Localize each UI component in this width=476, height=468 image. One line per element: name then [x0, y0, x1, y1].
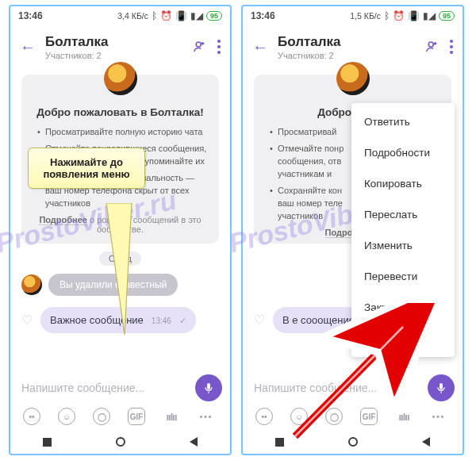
status-time: 13:46 — [251, 10, 275, 21]
ctx-forward[interactable]: Переслать — [351, 199, 455, 230]
sticker-icon[interactable]: •• — [23, 408, 40, 425]
message-input[interactable]: Напишите сообщение... — [18, 375, 189, 401]
svg-point-0 — [196, 42, 201, 47]
composer: Напишите сообщение... •• ☺ ◯ GIF ıılıı •… — [10, 370, 230, 430]
ctx-delete[interactable]: Удалить — [351, 323, 455, 354]
status-indicators: 1,5 КБ/с ᛒ ⏰ 📳 ▮◢ 95 — [350, 10, 455, 21]
status-indicators: 3,4 КБ/с ᛒ ⏰ 📳 ▮◢ 95 — [117, 10, 222, 21]
ctx-pin[interactable]: Закрепить — [351, 292, 455, 323]
bluetooth-icon: ᛒ — [152, 10, 157, 21]
bluetooth-icon: ᛒ — [384, 10, 390, 21]
status-bar: 13:46 3,4 КБ/с ᛒ ⏰ 📳 ▮◢ 95 — [10, 6, 230, 25]
composer: Напишите сообщение... •• ☺ ◯ GIF ıılıı •… — [243, 370, 463, 430]
svg-rect-1 — [207, 383, 210, 389]
vibrate-icon: 📳 — [175, 10, 187, 21]
gif-icon[interactable]: GIF — [128, 408, 145, 425]
recent-apps-button[interactable] — [275, 438, 284, 447]
ctx-reply[interactable]: Ответить — [351, 106, 455, 137]
sender-avatar[interactable] — [21, 274, 42, 295]
back-icon[interactable]: ← — [20, 38, 36, 56]
battery-icon: 95 — [206, 11, 222, 21]
emoji-icon[interactable]: ☺ — [290, 408, 308, 425]
mic-button[interactable] — [428, 374, 455, 401]
chat-subtitle: Участников: 2 — [278, 51, 415, 60]
chat-subtitle: Участников: 2 — [45, 51, 182, 60]
svg-marker-2 — [106, 203, 132, 335]
community-avatar — [104, 62, 137, 95]
sticker-icon[interactable]: •• — [255, 408, 273, 425]
home-button[interactable] — [348, 437, 358, 447]
camera-icon[interactable]: ◯ — [93, 408, 110, 425]
audio-icon[interactable]: ıılıı — [163, 408, 180, 425]
android-nav — [243, 430, 463, 454]
welcome-title: Добро пожаловать в Болталка! — [33, 106, 208, 118]
welcome-more-link[interactable]: Подробнее — [39, 215, 87, 225]
context-menu: Ответить Подробности Копировать Переслат… — [351, 103, 455, 357]
back-icon[interactable]: ← — [252, 38, 268, 56]
home-button[interactable] — [116, 437, 125, 447]
composer-more-icon[interactable]: ••• — [430, 408, 447, 425]
vibrate-icon: 📳 — [408, 10, 420, 21]
status-time: 13:46 — [18, 10, 43, 21]
message-time: 13:46 — [152, 316, 171, 325]
battery-icon: 95 — [439, 11, 455, 21]
screenshot-right: 13:46 1,5 КБ/с ᛒ ⏰ 📳 ▮◢ 95 ← Болталка Уч… — [241, 5, 464, 455]
svg-point-3 — [428, 42, 433, 47]
ctx-translate[interactable]: Перевести — [351, 261, 455, 292]
net-speed: 3,4 КБ/с — [117, 11, 148, 21]
message-input[interactable]: Напишите сообщение... — [251, 375, 421, 401]
alarm-icon: ⏰ — [393, 10, 405, 21]
signal-icon: ▮◢ — [423, 10, 436, 21]
like-icon[interactable]: ♡ — [21, 313, 33, 328]
more-icon[interactable] — [217, 40, 221, 54]
more-icon[interactable] — [450, 40, 453, 54]
ctx-details[interactable]: Подробности — [351, 137, 455, 168]
gif-icon[interactable]: GIF — [360, 408, 378, 425]
net-speed: 1,5 КБ/с — [350, 11, 381, 21]
back-button[interactable] — [422, 437, 430, 447]
mic-button[interactable] — [195, 374, 222, 401]
ctx-edit[interactable]: Изменить — [351, 230, 455, 261]
composer-more-icon[interactable]: ••• — [198, 408, 215, 425]
status-bar: 13:46 1,5 КБ/с ᛒ ⏰ 📳 ▮◢ 95 — [243, 6, 463, 25]
message-status-icon: ✓ — [179, 316, 186, 326]
ctx-copy[interactable]: Копировать — [351, 168, 455, 199]
alarm-icon: ⏰ — [160, 10, 172, 21]
community-avatar — [336, 62, 370, 95]
callout-tail — [104, 203, 152, 338]
message-text: В е сооощение — [282, 314, 355, 326]
emoji-icon[interactable]: ☺ — [58, 408, 75, 425]
recent-apps-button[interactable] — [43, 438, 52, 447]
chat-title: Болталка — [278, 34, 415, 50]
composer-icons: •• ☺ ◯ GIF ıılıı ••• — [18, 401, 222, 425]
chat-title-block[interactable]: Болталка Участников: 2 — [45, 34, 182, 60]
like-icon[interactable]: ♡ — [254, 313, 265, 328]
signal-icon: ▮◢ — [190, 10, 203, 21]
add-member-icon[interactable] — [192, 40, 206, 54]
camera-icon[interactable]: ◯ — [325, 408, 343, 425]
welcome-bullet: Просматривайте полную историю чата — [37, 126, 208, 139]
android-nav — [10, 430, 230, 454]
svg-rect-4 — [440, 383, 443, 389]
chat-title-block[interactable]: Болталка Участников: 2 — [278, 34, 415, 60]
back-button[interactable] — [190, 437, 198, 447]
composer-icons: •• ☺ ◯ GIF ıılıı ••• — [251, 401, 455, 425]
chat-title: Болталка — [45, 34, 182, 50]
screenshot-left: 13:46 3,4 КБ/с ᛒ ⏰ 📳 ▮◢ 95 ← Болталка Уч… — [9, 5, 232, 455]
add-member-icon[interactable] — [424, 40, 439, 54]
callout-tooltip: Нажимайте до появления меню — [28, 148, 145, 189]
audio-icon[interactable]: ıılıı — [395, 408, 413, 425]
